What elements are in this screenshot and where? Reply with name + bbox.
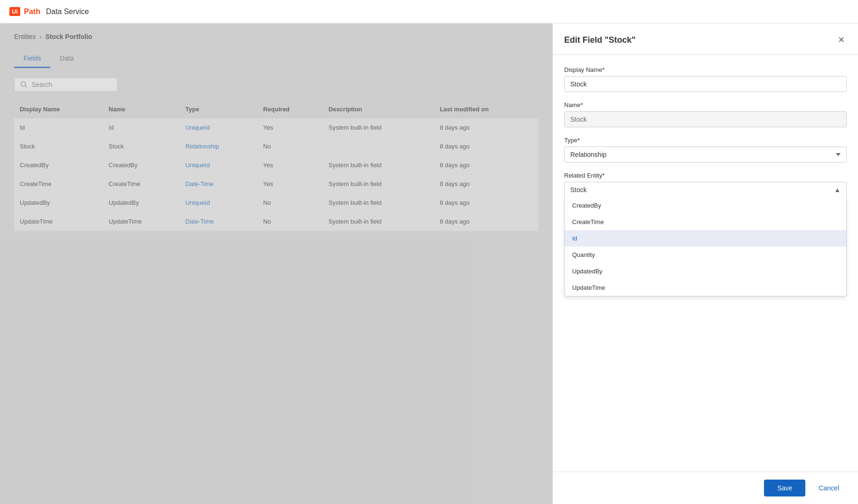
- cell-last-modified: 8 days ago: [434, 137, 538, 156]
- dim-overlay: [0, 23, 552, 504]
- tab-fields[interactable]: Fields: [14, 50, 50, 68]
- cell-type: UniqueId: [180, 156, 257, 175]
- table-container: Display Name Name Type Required Descript…: [14, 101, 538, 231]
- cancel-button[interactable]: Cancel: [811, 480, 847, 496]
- dropdown-item[interactable]: UpdatedBy: [565, 263, 846, 279]
- col-name: Name: [103, 101, 180, 118]
- col-type: Type: [180, 101, 257, 118]
- related-entity-wrapper: ▲ CreatedByCreateTimeIdQuantityUpdatedBy…: [564, 182, 847, 197]
- tabs: Fields Data: [14, 50, 538, 68]
- cell-last-modified: 8 days ago: [434, 175, 538, 194]
- cell-description: System built-in field: [323, 212, 434, 231]
- display-name-label: Display Name*: [564, 66, 847, 73]
- cell-type: Relationship: [180, 137, 257, 156]
- breadcrumb-entities[interactable]: Entities: [14, 33, 36, 40]
- related-entity-input-row: ▲: [564, 182, 847, 197]
- col-description: Description: [323, 101, 434, 118]
- panel-footer: Save Cancel: [553, 472, 858, 504]
- cell-display-name: Id: [14, 118, 103, 137]
- panel-body: Display Name* Name* Type* Relationship R…: [553, 55, 858, 472]
- cell-required: Yes: [258, 156, 323, 175]
- cell-name: CreateTime: [103, 175, 180, 194]
- table-row[interactable]: CreateTime CreateTime Date-Time Yes Syst…: [14, 175, 538, 194]
- related-entity-input[interactable]: [565, 182, 828, 197]
- name-group: Name*: [564, 101, 847, 127]
- chevron-up-icon[interactable]: ▲: [828, 182, 846, 197]
- cell-display-name: CreatedBy: [14, 156, 103, 175]
- cell-type: Date-Time: [180, 175, 257, 194]
- display-name-group: Display Name*: [564, 66, 847, 92]
- dropdown-item[interactable]: UpdateTime: [565, 279, 846, 296]
- search-input[interactable]: [31, 81, 111, 88]
- type-label: Type*: [564, 137, 847, 144]
- table-row[interactable]: UpdatedBy UpdatedBy UniqueId No System b…: [14, 194, 538, 212]
- table-row[interactable]: Stock Stock Relationship No 8 days ago: [14, 137, 538, 156]
- panel-title: Edit Field "Stock": [564, 35, 636, 45]
- logo-service: Data Service: [46, 8, 89, 16]
- cell-name: Stock: [103, 137, 180, 156]
- search-bar: [14, 78, 118, 92]
- name-label: Name*: [564, 101, 847, 109]
- breadcrumb-separator: ›: [39, 33, 42, 40]
- search-icon: [20, 81, 28, 88]
- cell-type: Date-Time: [180, 212, 257, 231]
- col-display-name: Display Name: [14, 101, 103, 118]
- cell-description: System built-in field: [323, 175, 434, 194]
- left-panel: Entities › Stock Portfolio Fields Data D…: [0, 23, 552, 504]
- table-row[interactable]: UpdateTime UpdateTime Date-Time No Syste…: [14, 212, 538, 231]
- panel-header: Edit Field "Stock" ✕: [553, 23, 858, 55]
- breadcrumb-current: Stock Portfolio: [46, 33, 93, 40]
- cell-description: System built-in field: [323, 118, 434, 137]
- cell-required: No: [258, 194, 323, 212]
- fields-table: Display Name Name Type Required Descript…: [14, 101, 538, 231]
- cell-type: UniqueId: [180, 194, 257, 212]
- cell-type: UniqueId: [180, 118, 257, 137]
- close-button[interactable]: ✕: [836, 33, 847, 47]
- display-name-input[interactable]: [564, 76, 847, 92]
- cell-display-name: UpdateTime: [14, 212, 103, 231]
- logo: Ui Path Data Service: [9, 7, 89, 16]
- tab-data[interactable]: Data: [50, 50, 83, 68]
- cell-display-name: CreateTime: [14, 175, 103, 194]
- cell-description: System built-in field: [323, 156, 434, 175]
- cell-display-name: UpdatedBy: [14, 194, 103, 212]
- dropdown-item[interactable]: CreateTime: [565, 214, 846, 230]
- cell-name: CreatedBy: [103, 156, 180, 175]
- cell-last-modified: 8 days ago: [434, 118, 538, 137]
- cell-required: Yes: [258, 118, 323, 137]
- col-last-modified: Last modified on: [434, 101, 538, 118]
- logo-path: Path: [24, 8, 40, 16]
- type-group: Type* Relationship: [564, 137, 847, 163]
- dropdown-item[interactable]: Id: [565, 230, 846, 247]
- cell-required: No: [258, 212, 323, 231]
- edit-panel: Edit Field "Stock" ✕ Display Name* Name*…: [552, 23, 858, 504]
- name-input: [564, 111, 847, 127]
- svg-line-1: [25, 86, 27, 88]
- main-layout: Entities › Stock Portfolio Fields Data D…: [0, 23, 858, 504]
- table-body: Id Id UniqueId Yes System built-in field…: [14, 118, 538, 231]
- type-select[interactable]: Relationship: [564, 147, 847, 163]
- cell-name: Id: [103, 118, 180, 137]
- cell-description: [323, 137, 434, 156]
- related-entity-group: Related Entity* ▲ CreatedByCreateTimeIdQ…: [564, 172, 847, 197]
- breadcrumb: Entities › Stock Portfolio: [14, 33, 538, 40]
- cell-required: No: [258, 137, 323, 156]
- logo-ui: Ui: [9, 7, 20, 16]
- col-required: Required: [258, 101, 323, 118]
- cell-name: UpdateTime: [103, 212, 180, 231]
- cell-last-modified: 8 days ago: [434, 156, 538, 175]
- cell-last-modified: 8 days ago: [434, 212, 538, 231]
- related-entity-dropdown: CreatedByCreateTimeIdQuantityUpdatedByUp…: [564, 197, 847, 296]
- dropdown-item[interactable]: CreatedBy: [565, 197, 846, 214]
- cell-name: UpdatedBy: [103, 194, 180, 212]
- cell-description: System built-in field: [323, 194, 434, 212]
- dropdown-item[interactable]: Quantity: [565, 247, 846, 263]
- save-button[interactable]: Save: [764, 480, 805, 496]
- table-row[interactable]: CreatedBy CreatedBy UniqueId Yes System …: [14, 156, 538, 175]
- table-header-row: Display Name Name Type Required Descript…: [14, 101, 538, 118]
- related-entity-label: Related Entity*: [564, 172, 847, 179]
- app-header: Ui Path Data Service: [0, 0, 858, 23]
- cell-required: Yes: [258, 175, 323, 194]
- cell-display-name: Stock: [14, 137, 103, 156]
- table-row[interactable]: Id Id UniqueId Yes System built-in field…: [14, 118, 538, 137]
